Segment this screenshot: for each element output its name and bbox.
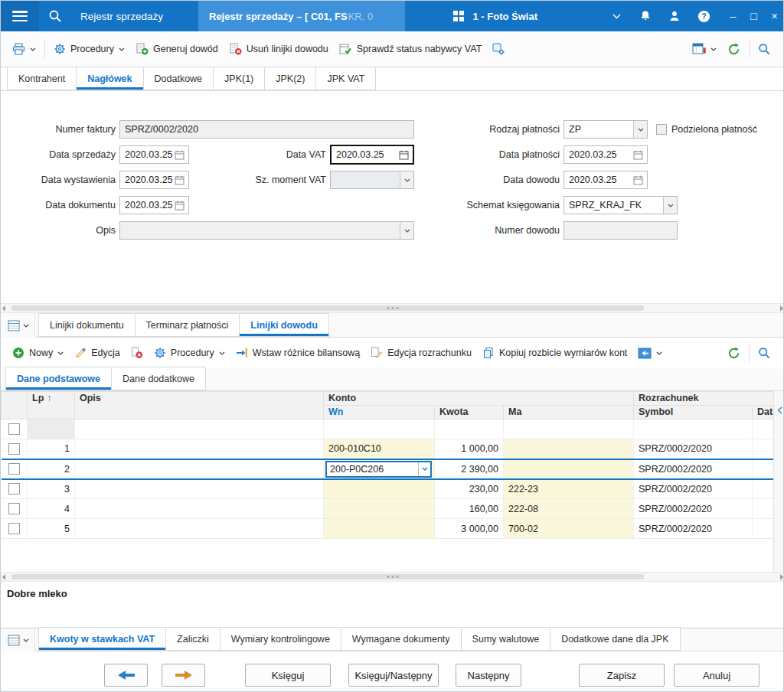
print-button[interactable] [7,38,41,60]
delete-document-lines-button[interactable]: Usuń linijki dowodu [224,38,334,60]
search-expand-button[interactable] [753,38,776,60]
cell-wn[interactable]: 200-010C10 [324,439,435,459]
next-record-button[interactable] [162,664,205,687]
scrollbar-thumb[interactable] [11,574,644,579]
delete-row-button[interactable] [126,342,149,364]
zapisz-button[interactable]: Zapisz [579,664,665,687]
table-row[interactable]: 3 230,00 222-23 SPRZ/0002/2020 [2,479,774,499]
side-panel-collapse[interactable] [773,391,784,572]
cell-kwota[interactable]: 1 000,00 [435,439,504,459]
insert-balance-diff-button[interactable]: Wstaw różnice bilansową [230,342,365,364]
close-button[interactable]: × [764,1,784,31]
splitter-handle[interactable] [392,307,394,309]
help-button[interactable]: ? [691,1,717,31]
tab-sumy-walutowe[interactable]: Sumy walutowe [462,627,551,651]
account-combobox[interactable]: 200-P0C206 [325,461,432,478]
calendar-icon[interactable] [399,150,409,160]
calendar-icon[interactable] [633,175,643,185]
podzielona-platnosc-checkbox[interactable] [656,124,667,135]
grid-refresh-button[interactable] [722,342,746,364]
row-checkbox[interactable] [8,423,20,435]
user-button[interactable] [662,1,687,31]
tab-dodatkowe[interactable]: Dodatkowe [144,67,214,90]
generate-document-button[interactable]: Generuj dowód [130,38,224,60]
notifications-button[interactable] [633,1,658,31]
menu-button[interactable] [1,1,39,31]
tab-kontrahent[interactable]: Kontrahent [7,67,77,90]
tab-wymagane-dokumenty[interactable]: Wymagane dokumenty [341,627,462,651]
row-checkbox[interactable] [8,483,20,495]
form-horizontal-scrollbar[interactable] [1,303,784,313]
row-checkbox[interactable] [8,443,20,455]
data-platnosci-field[interactable]: 2020.03.25 [564,145,648,164]
ksieguj-nastepny-button[interactable]: Księguj/Następny [348,664,439,687]
numer-dowodu-field[interactable] [564,221,678,240]
sz-moment-vat-combobox[interactable] [330,171,414,189]
cell-ma[interactable] [504,439,634,459]
scroll-left-icon[interactable] [2,305,5,312]
column-group-rozrachunek[interactable]: Rozrachunek [634,392,773,406]
column-group-konto[interactable]: Konto [324,392,634,406]
cell-kwota[interactable]: 3 000,00 [435,519,504,539]
data-dowodu-field[interactable]: 2020.03.25 [564,171,648,189]
column-header-ma[interactable]: Ma [504,406,634,419]
chevron-down-icon[interactable] [400,222,413,239]
company-chevron-down-icon[interactable] [606,1,627,31]
chevron-down-icon[interactable] [400,171,413,188]
scroll-right-icon[interactable] [780,574,783,580]
column-header-lp[interactable]: Lp↑ [28,392,75,419]
cell-ma[interactable]: 700-02 [504,519,634,539]
cell-wn[interactable] [324,499,435,519]
tab-dane-dodatkowe[interactable]: Dane dodatkowe [112,367,206,390]
document-tab[interactable]: Rejestr sprzedaży – [ C01, FSKR, 0 [198,1,405,31]
grid-search-button[interactable] [753,342,776,364]
cell-kwota[interactable]: 160,00 [435,499,504,519]
company-selector[interactable]: 1 - Foto Świat [473,11,538,22]
view-settings-button[interactable] [687,38,722,60]
global-search-button[interactable] [39,1,71,31]
calendar-icon[interactable] [175,201,185,211]
scrollbar-thumb[interactable] [11,305,644,311]
cell-kwota[interactable]: 2 390,00 [435,459,504,479]
row-checkbox[interactable] [8,463,20,475]
move-column-button[interactable] [632,343,668,364]
data-wystawienia-field[interactable]: 2020.03.25 [119,171,189,189]
column-header-kwota[interactable]: Kwota [435,406,504,419]
row-checkbox[interactable] [8,523,20,534]
tab-jpk2[interactable]: JPK(2) [265,67,316,90]
edit-settlement-button[interactable]: Edycja rozrachunku [365,342,477,364]
view-selector-button[interactable] [1,628,35,651]
cell-wn-editing[interactable]: 200-P0C206 [324,459,435,479]
tab-dane-podstawowe[interactable]: Dane podstawowe [5,367,112,390]
anuluj-button[interactable]: Anuluj [674,664,760,687]
tab-jpk1[interactable]: JPK(1) [214,67,265,90]
opis-combobox[interactable] [119,221,414,240]
row-checkbox[interactable] [8,503,20,514]
rodzaj-platnosci-combobox[interactable]: ZP [564,120,648,139]
cell-ma[interactable]: 222-08 [504,499,634,519]
table-row[interactable]: 1 200-010C10 1 000,00 SPRZ/0002/2020 [2,439,774,459]
table-row-selected[interactable]: 2 200-P0C206 2 390,00 SPRZ/0002/2020 [2,459,774,479]
table-row[interactable]: 4 160,00 222-08 SPRZ/0002/2020 [2,499,774,519]
calendar-icon[interactable] [175,175,185,185]
cell-wn[interactable] [324,479,435,499]
schemat-ksiegowania-combobox[interactable]: SPRZ_KRAJ_FK [564,196,678,214]
column-header-opis[interactable]: Opis [75,392,324,419]
refresh-button[interactable] [722,38,746,60]
cell-ma[interactable] [504,459,634,479]
ksieguj-button[interactable]: Księguj [245,664,331,687]
table-row[interactable]: 5 3 000,00 700-02 SPRZ/0002/2020 [2,519,774,539]
data-sprzedazy-field[interactable]: 2020.03.25 [119,145,189,164]
chevron-down-icon[interactable] [633,121,647,138]
minimize-button[interactable]: – [723,1,743,31]
previous-record-button[interactable] [104,664,148,687]
tab-linijki-dowodu[interactable]: Linijki dowodu [240,313,329,337]
settings-gear-button[interactable] [487,38,510,60]
procedures-button[interactable]: Procedury [48,38,130,60]
grid-procedures-button[interactable]: Procedury [149,342,230,364]
tab-kwoty-w-stawkach-vat[interactable]: Kwoty w stawkach VAT [38,627,166,651]
chevron-down-icon[interactable] [418,462,430,476]
data-vat-field[interactable]: 2020.03.25 [330,145,414,165]
apps-grid-icon[interactable] [447,1,470,31]
cell-ma[interactable]: 222-23 [504,479,634,499]
